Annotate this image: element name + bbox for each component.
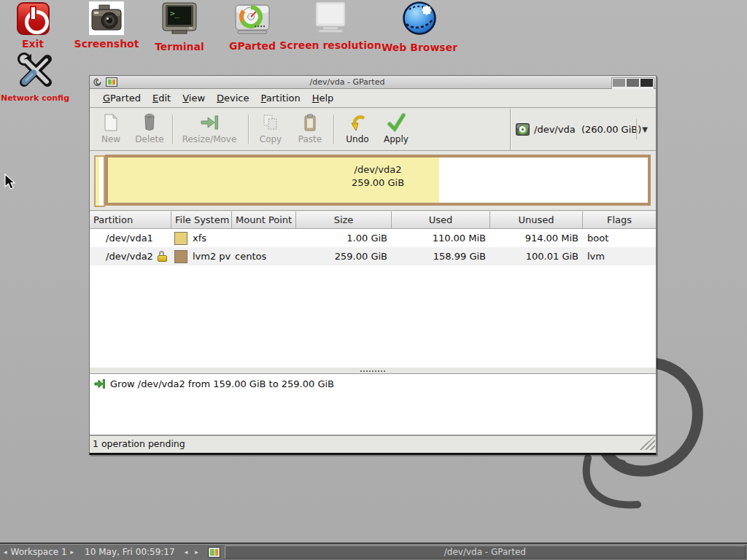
size-cell: 259.00 GiB (296, 247, 392, 265)
minimize-button[interactable] (613, 79, 625, 87)
workspace-next-icon[interactable]: ▸ (67, 548, 78, 556)
close-button[interactable] (640, 79, 653, 87)
header-partition[interactable]: Partition (90, 211, 171, 229)
mouse-cursor (4, 174, 16, 191)
tools-icon (15, 50, 55, 90)
gparted-disk-icon (235, 4, 270, 37)
desktop-icon-label: Screen resolution (279, 39, 381, 51)
operations-pane: Grow /dev/vda2 from 159.00 GiB to 259.00… (90, 373, 656, 435)
header-unused[interactable]: Unused (490, 211, 583, 229)
desktop-icon-screen-resolution[interactable]: Screen resolution (285, 1, 376, 51)
copy-icon (263, 112, 279, 133)
resize-move-button[interactable]: Resize/Move (179, 112, 240, 147)
delete-icon (144, 112, 155, 133)
workspace-label[interactable]: Workspace 1 (11, 547, 67, 557)
partition-visual-vda1[interactable] (94, 155, 105, 207)
partition-graphic-panel: /dev/vda2 259.00 GiB (90, 151, 656, 211)
pane-splitter[interactable] (90, 368, 656, 373)
desktop-icon-label: Network config (1, 93, 69, 103)
window-title: /dev/vda - GParted (90, 77, 605, 87)
desktop-icon-terminal[interactable]: >_ Terminal (152, 2, 207, 52)
chevron-down-icon[interactable]: ▼ (636, 119, 653, 139)
desktop-icon-network-config[interactable]: Network config (0, 50, 70, 103)
filesystem-color-swatch (174, 250, 187, 263)
filesystem-name: lvm2 pv (193, 251, 231, 262)
header-mountpoint[interactable]: Mount Point (232, 211, 296, 229)
size-cell: 1.00 GiB (296, 229, 392, 247)
copy-button[interactable]: Copy (255, 112, 286, 147)
desktop-icon-label: Screenshot (74, 38, 139, 50)
splitter-handle-icon (360, 370, 385, 372)
tasklist-next-icon[interactable]: ▸ (191, 548, 202, 556)
monitor-icon (311, 1, 349, 36)
header-filesystem[interactable]: File System (171, 211, 232, 229)
flags-cell: boot (583, 229, 656, 247)
taskbar: ◂ Workspace 1 ▸ 10 May, Fri 00:59:17 ◂ ▸… (0, 542, 747, 560)
table-header-row: Partition File System Mount Point Size U… (90, 211, 656, 229)
device-selector[interactable]: /dev/vda (260.00 GiB) ▼ (516, 114, 651, 144)
partition-table: Partition File System Mount Point Size U… (90, 211, 656, 368)
resize-move-icon (200, 112, 219, 133)
gparted-task-icon[interactable] (208, 547, 220, 558)
flags-cell: lvm (583, 247, 656, 265)
used-cell: 110.00 MiB (392, 229, 490, 247)
menu-edit[interactable]: Edit (147, 90, 177, 106)
delete-button[interactable]: Delete (132, 112, 167, 147)
terminal-icon: >_ (162, 2, 197, 38)
disk-icon (516, 123, 530, 136)
workspace-prev-icon[interactable]: ◂ (0, 548, 11, 556)
table-row-vda2[interactable]: /dev/vda2 lvm2 pv centos 259.00 GiB 158.… (90, 247, 656, 265)
pending-operation-item[interactable]: Grow /dev/vda2 from 159.00 GiB to 259.00… (90, 374, 656, 389)
undo-icon (349, 112, 365, 133)
new-button[interactable]: New (96, 112, 126, 147)
resize-grip[interactable] (638, 436, 655, 450)
desktop-icon-gparted[interactable]: GParted (220, 4, 285, 52)
desktop-icon-label: GParted (229, 40, 276, 52)
table-row-vda1[interactable]: /dev/vda1 xfs 1.00 GiB 110.00 MiB 914.00… (90, 229, 656, 247)
header-used[interactable]: Used (392, 211, 490, 229)
new-partition-icon (104, 112, 118, 133)
device-selector-value: /dev/vda (260.00 GiB) (534, 124, 641, 135)
undo-button[interactable]: Undo (341, 112, 374, 147)
title-bar[interactable]: /dev/vda - GParted (90, 76, 656, 89)
mount-point: centos (232, 247, 296, 265)
lock-icon (158, 251, 167, 262)
filesystem-cell: xfs (171, 229, 232, 247)
toolbar-separator (248, 114, 249, 144)
paste-button[interactable]: Paste (292, 112, 328, 147)
menu-help[interactable]: Help (306, 90, 340, 106)
apply-icon (387, 112, 406, 133)
unused-cell: 100.01 GiB (490, 247, 583, 265)
menu-partition[interactable]: Partition (255, 90, 306, 106)
partition-name: /dev/vda2 (90, 247, 171, 265)
apply-button[interactable]: Apply (379, 112, 414, 147)
grow-operation-icon (94, 378, 105, 389)
unused-cell: 914.00 MiB (490, 229, 583, 247)
filesystem-color-swatch (174, 232, 187, 245)
taskbar-window-button[interactable]: /dev/vda - GParted (225, 545, 746, 559)
paste-icon (303, 112, 317, 133)
taskbar-clock: 10 May, Fri 00:59:17 (85, 547, 175, 557)
desktop-icon-screenshot[interactable]: Screenshot (76, 1, 137, 50)
menu-gparted[interactable]: GParted (97, 90, 147, 106)
desktop-icon-label: Terminal (155, 41, 204, 52)
partition-visual-vda2[interactable]: /dev/vda2 259.00 GiB (105, 155, 651, 206)
status-bar: 1 operation pending (90, 435, 656, 451)
gparted-window: /dev/vda - GParted GParted Edit View Dev… (89, 75, 657, 455)
header-size[interactable]: Size (296, 211, 392, 229)
power-icon (17, 2, 50, 35)
toolbar-separator (333, 114, 334, 144)
used-cell: 158.99 GiB (392, 247, 490, 265)
maximize-button[interactable] (627, 79, 639, 87)
filesystem-cell: lvm2 pv (171, 247, 232, 265)
desktop-icon-exit[interactable]: Exit (10, 2, 55, 50)
header-flags[interactable]: Flags (583, 211, 656, 229)
tasklist-prev-icon[interactable]: ◂ (181, 548, 192, 556)
toolbar-separator (172, 114, 173, 144)
desktop-icon-label: Exit (22, 38, 44, 50)
menu-device[interactable]: Device (211, 90, 255, 106)
menu-view[interactable]: View (177, 90, 211, 106)
desktop-icon-web-browser[interactable]: Web Browser (379, 1, 460, 53)
partition-visual-label: /dev/vda2 259.00 GiB (108, 163, 648, 190)
mount-point (232, 229, 296, 247)
